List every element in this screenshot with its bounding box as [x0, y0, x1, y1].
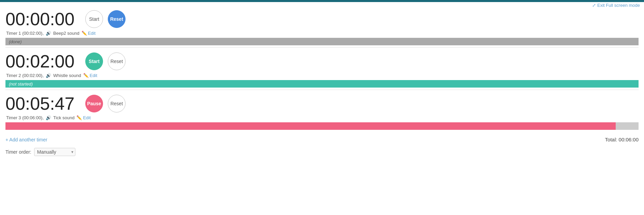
timer-row-3: 00:05:47 Pause Reset — [5, 93, 639, 114]
total-label: Total: 00:06:00 — [605, 137, 639, 142]
sound-icon-2: 🔊 — [46, 73, 51, 78]
fullscreen-icon: ⤢ — [592, 3, 596, 8]
timer-3-sound: Tick sound — [53, 115, 74, 120]
timer-display-2: 00:02:00 — [5, 51, 80, 72]
edit-link-2[interactable]: ✏️ Edit — [83, 73, 97, 78]
progress-done-1: (done) — [5, 38, 639, 45]
timer-meta-1: Timer 1 (00:02:00), 🔊 Beep2 sound ✏️ Edi… — [5, 31, 639, 36]
timer-row-2: 00:02:00 Start Reset — [5, 51, 639, 72]
progress-bar-1: (done) — [5, 38, 639, 45]
edit-label-3: Edit — [83, 115, 90, 120]
timer-3-label: Timer 3 (00:06:00), — [6, 115, 44, 120]
progress-status-2: (not started) — [9, 81, 33, 87]
add-timer-link[interactable]: + Add another timer — [5, 137, 47, 142]
main-content: 00:00:00 Start Reset Timer 1 (00:02:00),… — [0, 2, 644, 132]
timer-meta-2: Timer 2 (00:02:00), 🔊 Whistle sound ✏️ E… — [5, 73, 639, 78]
edit-label-2: Edit — [90, 73, 97, 78]
reset-button-1[interactable]: Reset — [108, 10, 126, 28]
exit-fullscreen-label: Exit Full screen mode — [597, 3, 640, 8]
timer-2-sound: Whistle sound — [53, 73, 81, 78]
timer-row-1: 00:00:00 Start Reset — [5, 9, 639, 29]
edit-icon-1: ✏️ — [82, 31, 87, 36]
timer-display-3: 00:05:47 — [5, 93, 80, 114]
edit-label-1: Edit — [88, 31, 96, 36]
edit-link-3[interactable]: ✏️ Edit — [76, 115, 90, 120]
progress-bar-3 — [5, 122, 639, 130]
edit-link-1[interactable]: ✏️ Edit — [82, 31, 96, 36]
timer-display-1: 00:00:00 — [5, 9, 80, 29]
timer-block-1: 00:00:00 Start Reset Timer 1 (00:02:00),… — [5, 5, 639, 47]
progress-status-1: (done) — [9, 39, 22, 44]
progress-not-started-2: (not started) — [5, 80, 639, 88]
timer-order-label: Timer order: — [5, 149, 31, 155]
edit-icon-2: ✏️ — [83, 73, 89, 78]
timer-order-row: Timer order: Manually Alphabetically By … — [0, 146, 644, 160]
progress-fill-3 — [5, 122, 616, 130]
edit-icon-3: ✏️ — [76, 115, 82, 120]
timer-order-select-wrapper: Manually Alphabetically By duration — [34, 148, 75, 156]
timer-block-3: 00:05:47 Pause Reset Timer 3 (00:06:00),… — [5, 90, 639, 132]
pause-button-3[interactable]: Pause — [85, 95, 103, 112]
timer-1-sound: Beep2 sound — [53, 31, 79, 36]
start-button-1[interactable]: Start — [85, 10, 103, 28]
progress-bar-2: (not started) — [5, 80, 639, 88]
reset-button-2[interactable]: Reset — [108, 52, 126, 70]
reset-button-3[interactable]: Reset — [108, 95, 126, 112]
start-button-2[interactable]: Start — [85, 52, 103, 70]
footer-area: + Add another timer Total: 00:06:00 — [0, 132, 644, 146]
timer-1-label: Timer 1 (00:02:00), — [6, 31, 44, 36]
timer-block-2: 00:02:00 Start Reset Timer 2 (00:02:00),… — [5, 48, 639, 90]
timer-meta-3: Timer 3 (00:06:00), 🔊 Tick sound ✏️ Edit — [5, 115, 639, 120]
sound-icon-3: 🔊 — [46, 115, 51, 120]
timer-2-label: Timer 2 (00:02:00), — [6, 73, 44, 78]
exit-fullscreen-button[interactable]: ⤢ Exit Full screen mode — [592, 3, 640, 8]
timer-order-select[interactable]: Manually Alphabetically By duration — [34, 148, 75, 156]
sound-icon-1: 🔊 — [46, 31, 51, 36]
